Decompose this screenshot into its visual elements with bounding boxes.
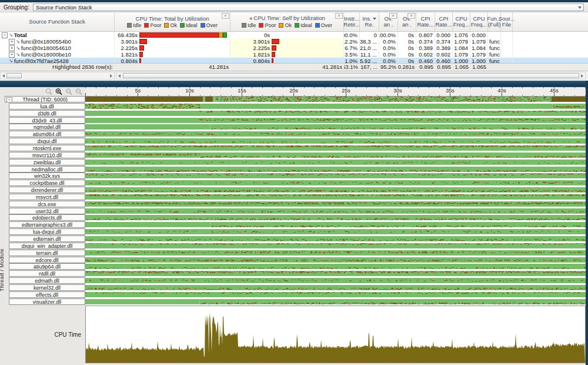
scroll-left-icon[interactable] <box>2 74 5 78</box>
metric-cell[interactable]: func .. <box>488 45 501 51</box>
metric-cell[interactable]: 0.0% <box>379 45 398 51</box>
function-stack-cell[interactable]: −↘Total <box>0 32 115 38</box>
column-expand-icon[interactable]: » <box>335 13 343 19</box>
data-columns-hscrollbar[interactable] <box>116 72 586 79</box>
metric-cell[interactable]: 38,3 ... <box>360 38 379 45</box>
module-row-label[interactable]: zweiblau.dll <box>9 159 85 165</box>
module-row-label[interactable]: edmath.dll <box>9 277 85 284</box>
metric-cell[interactable]: 21,0 ... <box>360 45 379 51</box>
metric-cell[interactable]: 1.0% <box>344 58 360 63</box>
cpu-time-total-cell[interactable]: 1.821s <box>115 51 230 58</box>
timeline-row-bar[interactable] <box>85 160 586 165</box>
metric-cell[interactable]: 0.602 <box>416 51 435 58</box>
table-row[interactable]: +↘func@0x1800546102.225s2.225s6.7%21,0 .… <box>0 45 588 51</box>
metric-cell[interactable]: 100.0% <box>344 32 360 38</box>
metric-cell[interactable]: 1.084 <box>470 45 488 51</box>
column-header-source-function-stack[interactable]: Source Function Stack <box>0 12 115 31</box>
timeline-row-bar[interactable] <box>85 299 586 304</box>
module-row-label[interactable]: cockpitbase.dll <box>9 180 85 186</box>
metric-cell[interactable]: 1.079 <box>453 38 470 45</box>
thread-row-label[interactable]: −Thread (TID: 6000) <box>5 96 85 102</box>
timeline-row-bar[interactable] <box>85 264 586 269</box>
metric-cell[interactable] <box>501 45 513 51</box>
module-row-label[interactable]: lua.dll <box>9 103 85 110</box>
module-row-label[interactable]: ntoskrnl.exe <box>9 145 85 151</box>
zoom-in-icon[interactable] <box>55 88 64 96</box>
cpu-time-chart[interactable] <box>86 306 585 363</box>
module-row-label[interactable]: dxrenderer.dll <box>9 187 85 193</box>
metric-cell[interactable]: 0.389 <box>416 45 435 51</box>
metric-cell[interactable]: func .. <box>488 51 501 58</box>
cpu-time-total-cell[interactable]: 3.901s <box>115 38 230 45</box>
column-header-cpufreq-[interactable]: CPUFreq... <box>470 12 488 31</box>
timeline-row-bar[interactable] <box>85 97 586 102</box>
module-row-label[interactable]: nedmalloc.dll <box>9 166 85 172</box>
column-expand-icon[interactable]: » <box>389 13 397 19</box>
function-stack-cell[interactable]: +↘func@0x18000be10 <box>0 51 115 58</box>
metric-cell[interactable]: 0.000 <box>435 32 453 38</box>
cpu-time-self-cell[interactable]: 3.901s <box>230 38 344 45</box>
metric-cell[interactable]: 0.374 <box>416 38 435 45</box>
metric-cell[interactable]: 3.5% <box>344 51 360 58</box>
metric-cell[interactable]: 1.079 <box>470 38 488 45</box>
collapse-icon[interactable]: − <box>6 97 12 102</box>
module-row-label[interactable]: visualizer.dll <box>9 298 85 305</box>
timeline-row-bar[interactable] <box>85 243 586 248</box>
module-row-label[interactable]: d3dx9_43.dll <box>9 117 85 124</box>
column-header-cpu-time-self[interactable]: »★CPU Time: Self by UtilizationIdlePoorO… <box>230 12 344 31</box>
timeline-row-bar[interactable] <box>85 215 586 220</box>
metric-cell[interactable]: 1.000 <box>453 58 470 63</box>
timeline-row-bar[interactable] <box>85 292 586 297</box>
timeline-row-bar[interactable] <box>85 229 586 234</box>
metric-cell[interactable]: 0.000 <box>470 32 488 38</box>
metric-cell[interactable]: 12.2% <box>344 38 360 45</box>
column-header-sour-file[interactable]: Sour...File <box>501 12 513 31</box>
timeline-row-bar[interactable] <box>85 278 586 283</box>
cpu-time-self-cell[interactable]: 2.225s <box>230 45 344 51</box>
timeline-row-bar[interactable] <box>85 138 586 144</box>
module-row-label[interactable]: dxgui.dll <box>9 138 85 144</box>
module-row-label[interactable]: edobjects.dll <box>9 214 85 221</box>
metric-cell[interactable]: 5,92 ... <box>360 58 379 63</box>
module-row-label[interactable]: edcore.dll <box>9 257 85 263</box>
hscrollbar-thumb[interactable] <box>6 73 22 78</box>
module-row-label[interactable]: msvcrt.dll <box>9 194 85 200</box>
timeline-row-bar[interactable] <box>85 285 586 290</box>
metric-cell[interactable]: 0.389 <box>435 45 453 51</box>
column-header-instr-retir-[interactable]: Instr...Retir... <box>344 12 360 31</box>
zoom-fit-icon[interactable] <box>75 88 83 96</box>
expand-icon[interactable]: + <box>9 45 15 51</box>
timeline-row-bar[interactable] <box>85 271 586 276</box>
cpu-time-self-cell[interactable]: 1.821s <box>230 51 344 58</box>
tree-column-hscrollbar[interactable] <box>0 72 115 79</box>
module-row-label[interactable]: dcs.exe <box>9 201 85 207</box>
timeline-row-bar[interactable] <box>85 208 586 214</box>
timeline-row-bar[interactable] <box>85 145 586 151</box>
column-header-cpufreq-[interactable]: CPUFreq... <box>453 12 470 31</box>
module-row-label[interactable]: kernel32.dll <box>9 284 85 291</box>
expand-icon[interactable]: + <box>9 52 15 58</box>
scroll-left-icon[interactable] <box>118 74 121 78</box>
timeline-row-bar[interactable] <box>85 180 586 185</box>
zoom-out-icon[interactable] <box>65 88 74 96</box>
pane-splitter[interactable] <box>0 81 588 87</box>
zoom-selection-icon[interactable] <box>45 88 54 96</box>
timeline-row-bar[interactable] <box>85 104 586 109</box>
module-row-label[interactable]: d3d9.dll <box>9 110 85 117</box>
metric-cell[interactable]: 0.0% <box>379 51 398 58</box>
metric-cell[interactable]: 0.807 <box>416 32 435 38</box>
cpu-time-self-cell[interactable]: 0s <box>230 32 344 38</box>
table-row[interactable]: +↘func@0x1800554b03.901s3.901s12.2%38,3 … <box>0 38 588 45</box>
timeline-row-bar[interactable] <box>85 131 586 137</box>
metric-cell[interactable]: 1.084 <box>453 45 470 51</box>
column-expand-icon[interactable]: » <box>407 13 415 19</box>
timeline-row-bar[interactable] <box>85 201 586 207</box>
cpu-time-total-cell[interactable]: 0.804s <box>115 58 230 63</box>
metric-cell[interactable]: 0s <box>398 45 416 51</box>
timeline-row-bar[interactable] <box>85 236 586 241</box>
module-row-label[interactable]: user32.dll <box>9 208 85 214</box>
metric-cell[interactable]: 0s <box>398 58 416 63</box>
module-row-label[interactable]: edterrain.dll <box>9 235 85 242</box>
column-header-cpu-time-total[interactable]: »CPU Time: Total by UtilizationIdlePoorO… <box>115 12 230 31</box>
metric-cell[interactable] <box>501 58 513 63</box>
